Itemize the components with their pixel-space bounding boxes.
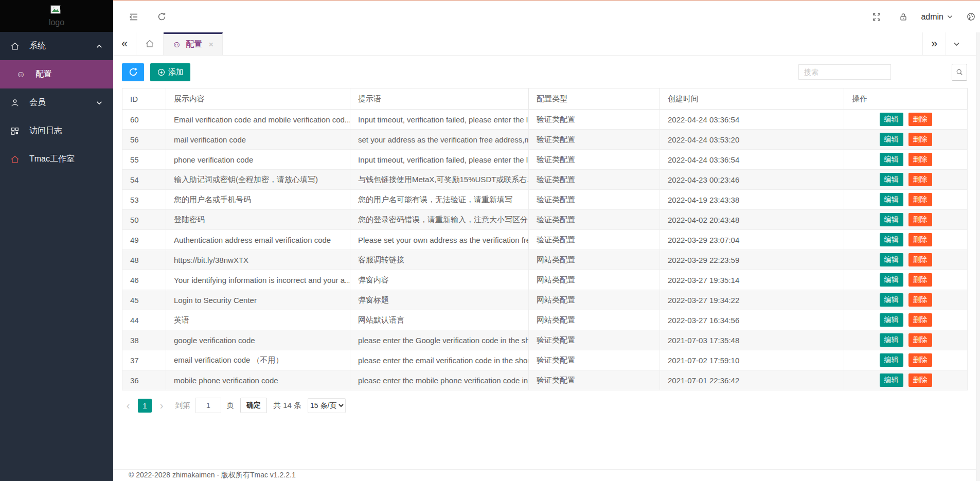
tab-config[interactable]: ☺ 配置 × [164,32,223,55]
grid-icon [10,127,23,136]
sidebar-item-label: 访问日志 [29,126,62,136]
row-actions: 编辑删除 [844,150,968,170]
delete-button[interactable]: 删除 [908,153,932,166]
sidebar-item-config[interactable]: ☺ 配置 [0,60,113,88]
logo: logo [0,0,113,32]
delete-button[interactable]: 删除 [908,253,932,266]
chevron-down-icon [96,99,103,106]
search-input[interactable] [798,64,891,80]
row-type: 验证类配置 [529,130,660,150]
row-content: mobile phone verification code [166,370,350,390]
row-type: 验证类配置 [529,190,660,210]
row-content: phone verification code [166,150,350,170]
tab-home[interactable] [136,32,164,55]
topbar: admin [113,1,980,32]
edit-button[interactable]: 编辑 [880,113,903,126]
row-tip: set your address as the verification fre… [350,130,529,150]
sidebar-item-system[interactable]: 系统 [0,32,113,60]
edit-button[interactable]: 编辑 [880,293,903,307]
row-created: 2022-04-02 20:43:48 [660,210,844,230]
sidebar-item-member[interactable]: 会员 [0,88,113,117]
row-content: google verification code [166,330,350,350]
table-row: 54输入助记词或密钥(全程加密，请放心填写)与钱包链接使用MetaX,可奖励15… [122,170,968,190]
tab-options-dropdown[interactable] [946,32,967,55]
row-actions: 编辑删除 [844,110,968,130]
search-button[interactable] [952,64,967,81]
admin-dropdown[interactable]: admin [921,12,953,22]
chevron-up-icon [96,43,103,50]
delete-button[interactable]: 删除 [908,173,932,186]
row-tip: 弹窗标题 [350,290,529,310]
collapse-sidebar-icon[interactable] [124,8,143,26]
edit-button[interactable]: 编辑 [880,213,903,226]
row-content: email verification code （不用） [166,350,350,370]
delete-button[interactable]: 删除 [908,113,932,126]
table-row: 36mobile phone verification codeplease e… [122,370,968,390]
edit-button[interactable]: 编辑 [880,333,903,347]
goto-page-input[interactable] [195,398,221,413]
row-actions: 编辑删除 [844,290,968,310]
scroll-tabs-right-button[interactable]: » [922,32,946,55]
row-actions: 编辑删除 [844,130,968,150]
row-tip: please enter the Google verification cod… [350,330,529,350]
column-header-tip: 提示语 [350,88,529,110]
row-type: 验证类配置 [529,150,660,170]
confirm-page-button[interactable]: 确定 [240,398,267,413]
scroll-tabs-left-button[interactable]: « [113,32,136,55]
theme-palette-icon[interactable] [961,8,980,26]
delete-button[interactable]: 删除 [908,353,932,367]
add-button-label: 添加 [168,67,184,77]
edit-button[interactable]: 编辑 [880,133,903,146]
scrollbar[interactable] [976,32,980,481]
pagination: ‹ 1 › 到第 页 确定 共 14 条 15 条/页 [122,398,967,413]
edit-button[interactable]: 编辑 [880,153,903,166]
row-id: 53 [122,190,166,210]
delete-button[interactable]: 删除 [908,133,932,146]
edit-button[interactable]: 编辑 [880,313,903,327]
page-size-select[interactable]: 15 条/页 [308,398,346,413]
footer: © 2022-2028 zhimakaimen - 版权所有Tmac v1.2.… [113,469,980,481]
row-content: 您的用户名或手机号码 [166,190,350,210]
delete-button[interactable]: 删除 [908,213,932,226]
lock-icon[interactable] [894,8,913,26]
refresh-icon[interactable] [152,8,171,26]
edit-button[interactable]: 编辑 [880,253,903,266]
add-button[interactable]: 添加 [150,63,190,81]
smiley-icon: ☺ [172,40,181,49]
delete-button[interactable]: 删除 [908,373,932,387]
prev-page-button[interactable]: ‹ [122,398,134,413]
current-page-button[interactable]: 1 [138,399,152,413]
sidebar-item-access-log[interactable]: 访问日志 [0,117,113,145]
edit-button[interactable]: 编辑 [880,373,903,387]
edit-button[interactable]: 编辑 [880,353,903,367]
edit-button[interactable]: 编辑 [880,193,903,206]
next-page-button[interactable]: › [155,398,168,413]
row-id: 56 [122,130,166,150]
delete-button[interactable]: 删除 [908,333,932,347]
sidebar-item-studio[interactable]: Tmac工作室 [0,145,113,173]
row-id: 49 [122,230,166,250]
delete-button[interactable]: 删除 [908,313,932,327]
row-created: 2022-03-27 19:35:14 [660,270,844,290]
delete-button[interactable]: 删除 [908,293,932,307]
row-id: 50 [122,210,166,230]
edit-button[interactable]: 编辑 [880,233,903,246]
delete-button[interactable]: 删除 [908,273,932,287]
row-type: 验证类配置 [529,170,660,190]
refresh-table-button[interactable] [122,63,144,81]
table-row: 56mail verification codeset your address… [122,130,968,150]
row-created: 2022-03-29 22:23:59 [660,250,844,270]
fullscreen-icon[interactable] [867,8,886,26]
close-icon[interactable]: × [208,40,213,50]
row-id: 37 [122,350,166,370]
edit-button[interactable]: 编辑 [880,173,903,186]
sidebar: logo 系统 ☺ 配置 会员 [0,0,113,481]
edit-button[interactable]: 编辑 [880,273,903,287]
row-created: 2022-03-27 16:34:56 [660,310,844,330]
table-row: 49Authentication address email verificat… [122,230,968,250]
delete-button[interactable]: 删除 [908,193,932,206]
row-actions: 编辑删除 [844,250,968,270]
delete-button[interactable]: 删除 [908,233,932,246]
app-root: logo 系统 ☺ 配置 会员 [0,0,980,481]
row-id: 48 [122,250,166,270]
